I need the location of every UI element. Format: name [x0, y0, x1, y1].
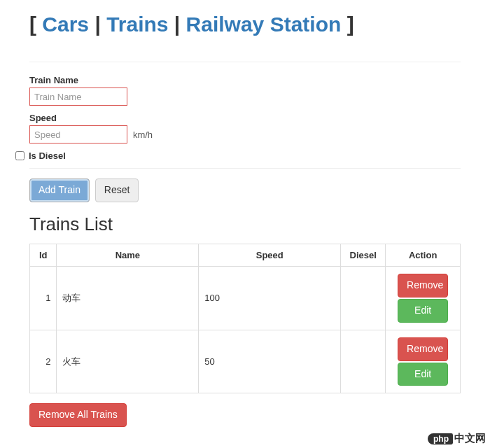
header-nav: [ Cars | Trains | Railway Station ] — [29, 0, 461, 49]
speed-label: Speed — [29, 113, 461, 123]
col-action: Action — [386, 244, 461, 266]
col-id: Id — [30, 244, 57, 266]
cell-speed: 100 — [199, 266, 341, 330]
col-speed: Speed — [199, 244, 341, 266]
edit-button[interactable]: Edit — [398, 363, 448, 386]
col-name: Name — [57, 244, 199, 266]
is-diesel-checkbox[interactable] — [15, 151, 24, 160]
nav-sep-1: | — [89, 13, 106, 36]
speed-input[interactable] — [29, 125, 127, 144]
remove-button[interactable]: Remove — [398, 337, 448, 361]
nav-trains[interactable]: Trains — [106, 13, 168, 36]
reset-button[interactable]: Reset — [95, 178, 139, 202]
remove-button[interactable]: Remove — [398, 274, 448, 298]
nav-cars[interactable]: Cars — [42, 13, 89, 36]
cell-name: 火车 — [57, 330, 199, 393]
add-train-button[interactable]: Add Train — [29, 178, 90, 202]
col-diesel: Diesel — [341, 244, 386, 266]
trains-table: Id Name Speed Diesel Action 1 动车 100 Rem… — [29, 244, 461, 394]
is-diesel-group: Is Diesel — [15, 150, 461, 161]
form-button-row: Add Train Reset — [29, 178, 461, 202]
watermark: php 中文网 — [428, 432, 486, 445]
cell-speed: 50 — [199, 330, 341, 393]
train-name-label: Train Name — [29, 75, 461, 85]
divider-top — [29, 62, 461, 62]
watermark-badge: php — [428, 433, 453, 444]
divider-form — [29, 168, 461, 169]
cell-diesel — [341, 266, 386, 330]
table-header-row: Id Name Speed Diesel Action — [30, 244, 461, 266]
cell-id: 2 — [30, 330, 57, 393]
table-row: 2 火车 50 Remove Edit — [30, 330, 461, 393]
is-diesel-label: Is Diesel — [29, 150, 66, 161]
edit-button[interactable]: Edit — [398, 299, 448, 323]
table-row: 1 动车 100 Remove Edit — [30, 266, 461, 330]
footer-button-row: Remove All Trains — [29, 403, 461, 427]
nav-sep-2: | — [169, 13, 186, 36]
cell-name: 动车 — [57, 266, 199, 330]
trains-list-title: Trains List — [29, 214, 461, 235]
nav-railway-station[interactable]: Railway Station — [186, 13, 342, 36]
train-name-group: Train Name — [29, 75, 461, 106]
cell-id: 1 — [30, 266, 57, 330]
open-bracket: [ — [29, 13, 42, 36]
cell-action: Remove Edit — [386, 266, 461, 330]
cell-action: Remove Edit — [386, 330, 461, 393]
train-name-input[interactable] — [29, 88, 127, 106]
speed-unit: km/h — [133, 130, 153, 140]
close-bracket: ] — [341, 13, 354, 36]
speed-group: Speed km/h — [29, 113, 461, 144]
cell-diesel — [341, 330, 386, 393]
remove-all-trains-button[interactable]: Remove All Trains — [29, 403, 127, 427]
watermark-text: 中文网 — [454, 432, 486, 445]
